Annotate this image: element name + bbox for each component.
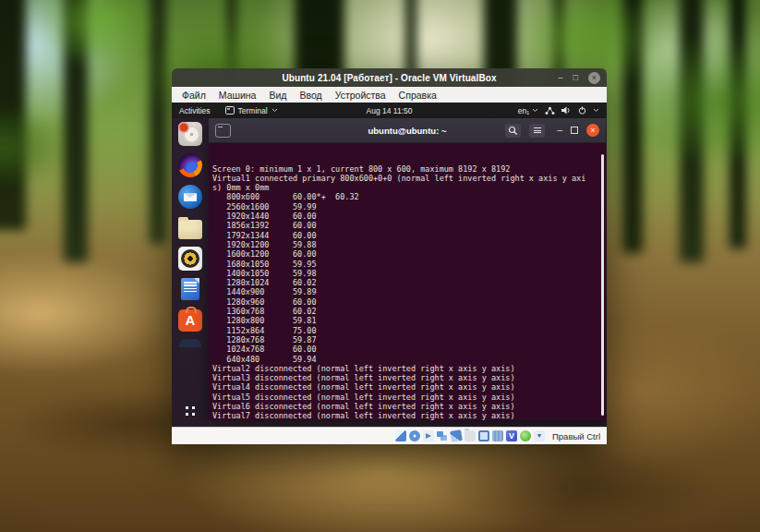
rhythmbox-dock-icon[interactable] [178, 247, 202, 271]
terminal-output-line: 1280x768 59.87 [212, 335, 606, 345]
search-button[interactable] [505, 124, 521, 138]
terminal-output-line: 1280x800 59.81 [212, 316, 606, 325]
gnome-top-bar: Activities Terminal Aug 14 11:50 en₁ [172, 103, 607, 118]
terminal-icon [225, 106, 235, 115]
recording-status-icon[interactable] [492, 430, 503, 441]
terminal-headerbar[interactable]: ubuntu@ubuntu: ~ – × [209, 118, 606, 143]
terminal-scrollbar[interactable] [601, 154, 604, 416]
writer-dock-icon[interactable] [181, 278, 199, 300]
usb-status-icon[interactable] [450, 429, 463, 442]
menu-button[interactable] [529, 124, 545, 138]
firefox-dock-icon[interactable] [178, 153, 202, 177]
terminal-output-line: 2560x1600 59.99 [212, 202, 606, 212]
vbox-menu-item[interactable]: Вид [262, 90, 293, 101]
terminal-output-line: 1680x1050 59.95 [212, 260, 606, 269]
partial-dock-icon[interactable] [179, 339, 201, 347]
terminal-output-line: 640x480 59.94 [212, 355, 606, 364]
search-icon [508, 126, 518, 136]
terminal-output-line: Virtual6 disconnected (normal left inver… [212, 402, 606, 411]
chevron-down-icon [593, 108, 599, 113]
terminal-output-line: s) 0mm x 0mm [212, 183, 606, 192]
host-key-label: Правый Ctrl [552, 431, 600, 441]
hamburger-icon [534, 127, 541, 133]
terminal-minimize-button[interactable]: – [557, 127, 562, 134]
host-desktop: Ubuntu 21.04 [Работает] - Oracle VM Virt… [0, 0, 760, 532]
terminal-output-line: Virtual4 disconnected (normal left inver… [212, 382, 606, 392]
sharedfolders-status-icon[interactable] [464, 430, 476, 441]
vbox-menu-item[interactable]: Ввод [293, 90, 328, 101]
terminal-output-line: 1856x1392 60.00 [212, 221, 606, 230]
network-icon [545, 106, 555, 115]
vbox-statusbar: Правый Ctrl [172, 427, 607, 444]
terminal-output-line: 1440x900 59.89 [212, 287, 606, 296]
vbox-close-button[interactable]: × [588, 72, 600, 84]
terminal-output-line: 1600x1200 60.00 [212, 249, 606, 259]
show-apps-dock-icon[interactable] [183, 404, 199, 419]
features-status-icon[interactable] [506, 430, 517, 441]
virtualbox-window: Ubuntu 21.04 [Работает] - Oracle VM Virt… [172, 68, 607, 444]
terminal-output-line: Screen 0: minimum 1 x 1, current 800 x 6… [212, 164, 606, 174]
terminal-window: ubuntu@ubuntu: ~ – × [209, 118, 606, 420]
terminal-output-line: 1024x768 60.00 [212, 345, 606, 354]
audio-status-icon[interactable] [423, 430, 434, 441]
network-status-icon[interactable] [437, 430, 448, 441]
focused-app-indicator[interactable]: Terminal [225, 106, 278, 115]
vbox-menu-item[interactable]: Справка [392, 90, 443, 101]
files-dock-icon[interactable] [178, 220, 202, 239]
vbox-minimize-button[interactable]: – [559, 74, 563, 82]
ubuntu-dock [172, 118, 209, 427]
mouse-status-icon[interactable] [520, 430, 531, 441]
vbox-window-title: Ubuntu 21.04 [Работает] - Oracle VM Virt… [282, 73, 496, 83]
hostkey-status-icon[interactable] [534, 430, 545, 441]
chevron-down-icon [271, 108, 278, 113]
terminal-output-line: 1920x1200 59.88 [212, 240, 606, 249]
chevron-down-icon [532, 108, 538, 113]
thunderbird-dock-icon[interactable] [178, 185, 202, 209]
power-icon [578, 106, 586, 115]
activities-button[interactable]: Activities [179, 106, 211, 115]
vbox-window-controls: – □ × [559, 68, 600, 87]
volume-icon [561, 106, 572, 115]
vbox-menu-item[interactable]: Устройства [329, 90, 392, 101]
harddisk-status-icon[interactable] [395, 430, 406, 441]
terminal-output-line: 1400x1050 59.98 [212, 269, 606, 278]
keyboard-layout-label: en₁ [518, 106, 529, 115]
terminal-close-button[interactable]: × [586, 124, 599, 137]
vm-screen: Activities Terminal Aug 14 11:50 en₁ [172, 103, 607, 427]
optical-status-icon[interactable] [409, 430, 420, 441]
vbox-menubar: ФайлМашинаВидВводУстройстваСправка [172, 87, 607, 103]
terminal-output-line: 1152x864 75.00 [212, 326, 606, 335]
terminal-title: ubuntu@ubuntu: ~ [368, 126, 447, 136]
terminal-maximize-button[interactable] [571, 127, 578, 134]
status-icons [395, 430, 545, 441]
vbox-titlebar[interactable]: Ubuntu 21.04 [Работает] - Oracle VM Virt… [172, 68, 607, 87]
terminal-output-line: 1280x1024 60.02 [212, 278, 606, 287]
terminal-output-line: 1280x960 60.00 [212, 297, 606, 307]
terminal-output[interactable]: Screen 0: minimum 1 x 1, current 800 x 6… [209, 143, 606, 420]
terminal-output-line: Virtual7 disconnected (normal left inver… [212, 411, 606, 420]
system-status-area[interactable]: en₁ [518, 106, 599, 115]
terminal-output-line: Virtual2 disconnected (normal left inver… [212, 364, 606, 373]
focused-app-label: Terminal [238, 106, 268, 115]
display-status-icon[interactable] [478, 430, 489, 441]
terminal-output-line: 1792x1344 60.00 [212, 231, 606, 240]
terminal-output-line: 800x600 60.00*+ 60.32 [212, 192, 606, 201]
installer-dock-icon[interactable] [178, 122, 202, 146]
terminal-output-line: Virtual5 disconnected (normal left inver… [212, 393, 606, 402]
vbox-maximize-button[interactable]: □ [573, 74, 578, 82]
terminal-output-line: 1360x768 60.02 [212, 307, 606, 316]
vbox-menu-item[interactable]: Файл [175, 90, 212, 101]
terminal-output-line: Virtual1 connected primary 800x600+0+0 (… [212, 174, 606, 183]
terminal-output-line: Virtual3 disconnected (normal left inver… [212, 373, 606, 382]
software-dock-icon[interactable] [178, 309, 202, 332]
vbox-menu-item[interactable]: Машина [212, 90, 263, 101]
terminal-output-line: 1920x1440 60.00 [212, 212, 606, 221]
guest-desktop: ubuntu@ubuntu: ~ – × [172, 118, 607, 427]
new-tab-button[interactable] [215, 124, 231, 138]
clock-label[interactable]: Aug 14 11:50 [367, 106, 413, 115]
keyboard-layout-indicator[interactable]: en₁ [518, 106, 538, 115]
